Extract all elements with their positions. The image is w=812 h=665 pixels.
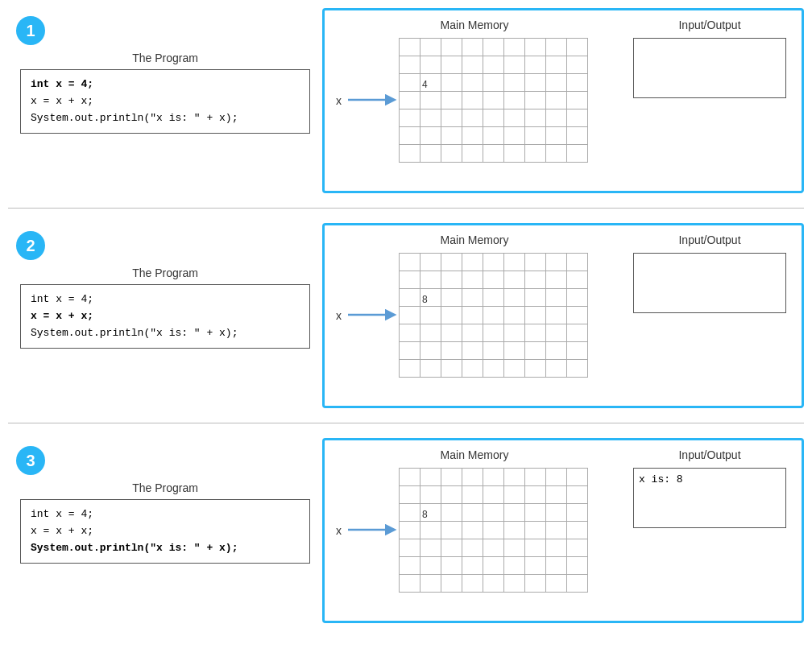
memory-cell <box>441 324 462 342</box>
memory-cell <box>441 360 462 378</box>
memory-cell <box>483 271 504 289</box>
memory-cell <box>567 109 588 127</box>
memory-cell <box>546 360 567 378</box>
memory-cell <box>546 575 567 593</box>
memory-cell <box>483 575 504 593</box>
memory-cell <box>400 254 420 271</box>
memory-cell <box>504 289 525 307</box>
memory-cell <box>567 145 588 163</box>
memory-cell <box>441 539 462 557</box>
memory-cell <box>525 360 546 378</box>
memory-cell <box>462 539 483 557</box>
memory-cell <box>525 307 546 324</box>
io-title: Input/Output <box>678 19 740 31</box>
memory-cell <box>441 109 462 127</box>
memory-cell <box>420 254 441 271</box>
memory-cell <box>504 307 525 324</box>
left-section: 1 The Program int x = 4; x = x + x; Syst… <box>8 8 322 134</box>
memory-value: 4 <box>422 79 428 90</box>
memory-cell <box>525 575 546 593</box>
memory-cell <box>504 469 525 486</box>
memory-section: Main Memory x 8 <box>336 448 613 613</box>
memory-cell <box>420 486 441 504</box>
code-line-bold: System.out.println("x is: " + x); <box>31 542 238 554</box>
io-box: x is: 8 <box>633 468 786 528</box>
memory-cell <box>462 324 483 342</box>
memory-cell <box>420 539 441 557</box>
io-box <box>633 253 786 313</box>
memory-cell <box>504 127 525 145</box>
memory-cell <box>441 469 462 486</box>
memory-cell <box>400 360 420 378</box>
memory-cell <box>525 557 546 575</box>
memory-cell <box>462 469 483 486</box>
memory-cell <box>567 360 588 378</box>
memory-cell: 8 <box>420 289 441 307</box>
memory-cell <box>462 522 483 539</box>
memory-cell <box>483 469 504 486</box>
memory-cell <box>504 486 525 504</box>
memory-cell <box>504 109 525 127</box>
io-section: Input/Output <box>629 233 790 398</box>
memory-cell <box>420 56 441 74</box>
memory-cell <box>400 109 420 127</box>
memory-cell <box>420 360 441 378</box>
panel-3: 3 The Program int x = 4; x = x + x; Syst… <box>8 438 804 638</box>
left-section: 3 The Program int x = 4; x = x + x; Syst… <box>8 438 322 564</box>
memory-cell <box>546 539 567 557</box>
memory-cell <box>400 522 420 539</box>
memory-cell <box>420 271 441 289</box>
memory-cell <box>546 324 567 342</box>
memory-cell <box>567 39 588 56</box>
memory-cell <box>504 557 525 575</box>
memory-value: 8 <box>422 509 428 520</box>
memory-cell <box>504 92 525 109</box>
memory-cell <box>567 92 588 109</box>
io-title: Input/Output <box>678 233 740 246</box>
memory-cell <box>525 342 546 360</box>
memory-cell <box>400 557 420 575</box>
memory-cell <box>525 92 546 109</box>
memory-cell <box>483 486 504 504</box>
memory-cell <box>420 342 441 360</box>
memory-cell <box>400 486 420 504</box>
memory-cell <box>462 360 483 378</box>
memory-cell <box>462 74 483 92</box>
memory-cell <box>400 39 420 56</box>
memory-cell <box>483 56 504 74</box>
memory-cell <box>462 127 483 145</box>
right-section: Main Memory x 8 <box>322 223 804 408</box>
memory-cell <box>525 271 546 289</box>
memory-cell <box>400 92 420 109</box>
memory-value: 8 <box>422 294 428 305</box>
code-line: System.out.println("x is: " + x); <box>31 112 238 124</box>
memory-cell <box>420 469 441 486</box>
memory-cell <box>525 56 546 74</box>
code-line: int x = 4; <box>31 293 93 305</box>
memory-cell <box>462 254 483 271</box>
memory-cell <box>567 289 588 307</box>
memory-cell <box>504 254 525 271</box>
code-box: int x = 4; x = x + x; System.out.println… <box>20 499 310 564</box>
memory-cell <box>504 360 525 378</box>
memory-cell <box>483 522 504 539</box>
code-line: int x = 4; <box>31 508 93 520</box>
memory-cell <box>441 557 462 575</box>
memory-cell <box>420 145 441 163</box>
memory-cell <box>400 127 420 145</box>
memory-cell <box>546 504 567 522</box>
memory-cell <box>567 539 588 557</box>
memory-cell <box>525 145 546 163</box>
memory-cell <box>525 74 546 92</box>
memory-cell <box>441 271 462 289</box>
memory-cell <box>400 469 420 486</box>
memory-area: x 4 <box>336 38 613 163</box>
memory-cell <box>525 486 546 504</box>
memory-cell <box>504 39 525 56</box>
memory-cell <box>546 254 567 271</box>
memory-cell <box>400 539 420 557</box>
memory-cell <box>504 522 525 539</box>
memory-cell <box>420 109 441 127</box>
memory-cell <box>441 39 462 56</box>
memory-cell <box>567 575 588 593</box>
